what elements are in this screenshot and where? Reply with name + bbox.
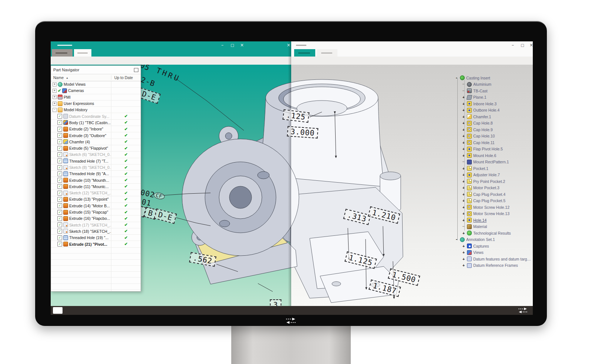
feature-tree-row[interactable]: +Cap Hole.8: [454, 120, 532, 127]
tree-expander-icon[interactable]: +: [53, 95, 57, 99]
tree-expander-icon[interactable]: +: [462, 212, 465, 215]
pn-row[interactable]: ✓Extrude (15) "Flapcap"✔: [51, 209, 141, 215]
feature-checkbox[interactable]: ✓: [57, 165, 62, 170]
feature-tree-row[interactable]: ‒Aluminium: [454, 81, 532, 88]
tree-expander-icon[interactable]: +: [462, 251, 465, 254]
pn-row[interactable]: +PMI: [51, 94, 141, 101]
pmi-dimension-3.000[interactable]: 3.000: [287, 126, 319, 139]
right-tab-active[interactable]: [294, 49, 315, 57]
tree-expander-icon[interactable]: +: [462, 257, 465, 261]
pn-row[interactable]: ✓Sketch (6) "SKETCH_0...✔: [51, 152, 141, 158]
feature-tree-row[interactable]: +Cap Plug Pocket.4: [454, 191, 532, 198]
feature-checkbox[interactable]: ✓: [57, 191, 62, 195]
pn-row[interactable]: ✓Extrude (16) "Flapcbo...✔: [51, 215, 141, 222]
pn-row[interactable]: ✓Body (1) "TBC (Castin...✔: [51, 120, 141, 126]
tree-expander-icon[interactable]: +: [53, 102, 57, 106]
feature-checkbox[interactable]: ✓: [57, 222, 62, 227]
pn-row[interactable]: ✓Extrude (2) "Inbore"✔: [51, 126, 141, 132]
pn-row[interactable]: ✓Extrude (21) "Pivot...✔: [51, 241, 141, 247]
feature-checkbox[interactable]: ✓: [57, 127, 62, 132]
pn-row[interactable]: ✓Threaded Hole (7) "T...✔: [51, 158, 141, 164]
feature-tree-row[interactable]: +Pocket.1: [454, 165, 532, 172]
feature-tree-row[interactable]: +Pry Point Pocket.2: [454, 178, 532, 185]
left-tab-active[interactable]: [52, 49, 73, 57]
pn-row[interactable]: ✓Extrude (10) "Mounth...✔: [51, 177, 141, 183]
pn-row[interactable]: ✓Threaded Hole (19) "...✔: [51, 235, 141, 241]
feature-tree-row[interactable]: ‒Material: [454, 224, 532, 230]
feature-tree-row[interactable]: +Plane.1: [454, 94, 532, 101]
feature-tree-row[interactable]: -Casting Insert: [454, 75, 532, 81]
feature-checkbox[interactable]: ✓: [57, 210, 62, 215]
pmi-dimension-1.210[interactable]: 1.210: [368, 206, 400, 224]
tree-expander-icon[interactable]: +: [462, 115, 465, 119]
feature-checkbox[interactable]: ✓: [57, 229, 62, 234]
tree-expander-icon[interactable]: +: [462, 244, 465, 248]
feature-tree-row[interactable]: +Chamfer.1: [454, 113, 532, 120]
feature-checkbox[interactable]: ✓: [57, 159, 62, 163]
feature-checkbox[interactable]: ✓: [57, 197, 62, 202]
pn-row[interactable]: ✓Chamfer (4)✔: [51, 139, 141, 145]
pmi-dimension-002[interactable]: 002: [139, 188, 155, 200]
feature-tree-row[interactable]: +Motor Screw Hole.13: [454, 211, 532, 217]
tree-expander-icon[interactable]: +: [462, 263, 465, 267]
pmi-dimension-3[interactable]: 3: [270, 299, 281, 306]
tree-expander-icon[interactable]: -: [53, 108, 57, 112]
feature-tree-row[interactable]: +Mount Hole.6: [454, 152, 532, 159]
tree-expander-icon[interactable]: +: [462, 180, 465, 183]
pn-row[interactable]: ✓Extrude (14) "Motor B...✔: [51, 203, 141, 209]
feature-tree-row[interactable]: +Datum Reference Frames: [454, 262, 532, 269]
pn-row[interactable]: ✓Extrude (11) "Mountc...✔: [51, 184, 141, 190]
tree-expander-icon[interactable]: -: [455, 76, 458, 80]
pn-row[interactable]: ✓Threaded Hole (9) "A...✔: [51, 171, 141, 177]
feature-tree-row[interactable]: +Datum features and datum targets: [454, 256, 532, 262]
pmi-dimension-1.125[interactable]: 1.125: [344, 251, 377, 269]
pn-row[interactable]: +Model Views: [51, 81, 141, 88]
pn-row[interactable]: -Model History: [51, 107, 141, 113]
tree-expander-icon[interactable]: +: [462, 167, 465, 170]
feature-tree-row[interactable]: +Flap Pivot Hole.5: [454, 146, 532, 153]
tree-expander-icon[interactable]: +: [462, 102, 465, 106]
feature-tree-row[interactable]: ‒TB-Cast: [454, 88, 532, 94]
right-minimize-button[interactable]: –: [509, 42, 516, 48]
left-maximize-button[interactable]: □: [229, 42, 236, 48]
feature-checkbox[interactable]: ✓: [57, 114, 62, 119]
pn-row[interactable]: ✓Extrude (13) "Prypoint"✔: [51, 196, 141, 203]
tree-expander-icon[interactable]: +: [462, 141, 465, 144]
feature-checkbox[interactable]: ✓: [57, 133, 62, 138]
column-up-to-date[interactable]: Up to Date: [111, 75, 141, 80]
feature-tree-row[interactable]: +Cap Plug Pocket.5: [454, 198, 532, 204]
panel-float-icon[interactable]: [134, 68, 138, 72]
tree-expander-icon[interactable]: +: [462, 205, 465, 209]
feature-checkbox[interactable]: ✓: [57, 184, 62, 189]
feature-checkbox[interactable]: ✓: [57, 171, 62, 176]
feature-checkbox[interactable]: ✓: [57, 146, 62, 151]
tree-expander-icon[interactable]: +: [462, 95, 465, 99]
tree-expander-icon[interactable]: +: [462, 186, 465, 190]
right-tab-inactive[interactable]: [317, 49, 337, 57]
pmi-dimension-1.500[interactable]: 1.500: [388, 268, 420, 286]
tree-expander-icon[interactable]: +: [462, 128, 465, 132]
tree-expander-icon[interactable]: +: [462, 154, 465, 157]
pn-row[interactable]: ✓Extrude (5) "Flappivot"✔: [51, 145, 141, 152]
feature-checkbox[interactable]: ✓: [57, 120, 62, 125]
tree-expander-icon[interactable]: +: [462, 173, 465, 177]
pn-row[interactable]: ✓Sketch (8) "SKETCH_0...✔: [51, 164, 141, 171]
feature-tree-row[interactable]: +Views: [454, 249, 532, 256]
pn-row[interactable]: ✓Sketch (17) "SKETCH_...✔: [51, 222, 141, 228]
pmi-dimension-CF[interactable]: CF: [153, 192, 165, 200]
swap-arrows-icon[interactable]: [517, 307, 528, 314]
feature-checkbox[interactable]: ✓: [57, 203, 62, 208]
pmi-dimension-THRU[interactable]: THRU: [155, 66, 182, 84]
pmi-dimension-.313[interactable]: .313: [343, 209, 371, 225]
pn-row[interactable]: ✓Datum Coordinate Sy...✔: [51, 113, 141, 119]
tree-expander-icon[interactable]: +: [462, 193, 465, 196]
pn-row[interactable]: ✓Extrude (3) "Outbore"✔: [51, 132, 141, 139]
feature-tree-row[interactable]: -Annotation Set.1: [454, 237, 532, 243]
left-tab-inactive[interactable]: [74, 49, 91, 57]
feature-tree-row[interactable]: +Inbore Hole.3: [454, 101, 532, 107]
tree-expander-icon[interactable]: +: [462, 231, 465, 235]
tree-expander-icon[interactable]: +: [462, 108, 465, 112]
pmi-dimension-D-E[interactable]: D-E: [154, 208, 177, 224]
right-close-button[interactable]: ×: [528, 42, 533, 48]
feature-checkbox[interactable]: ✓: [57, 178, 62, 183]
